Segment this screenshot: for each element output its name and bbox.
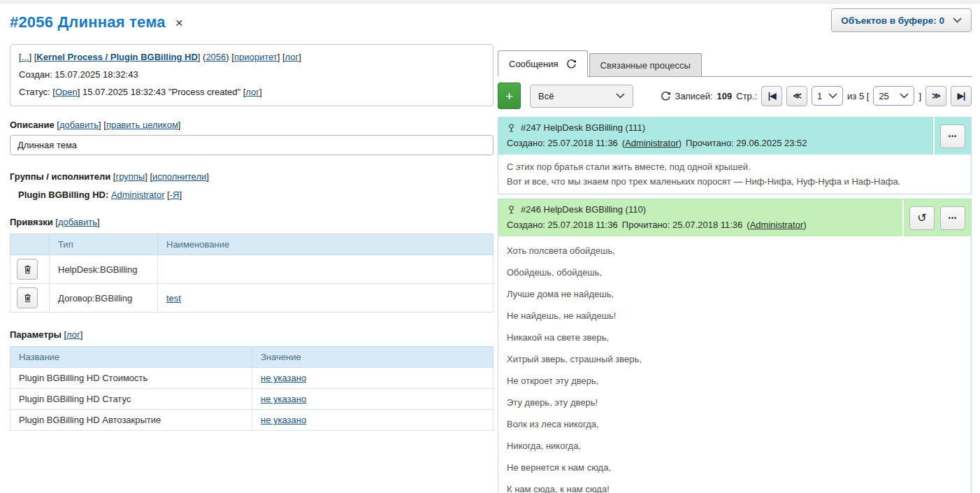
status-open-link[interactable]: Open (55, 87, 78, 97)
bindings-add-link[interactable]: добавить (58, 217, 97, 227)
parameters-heading: Параметры лог (10, 329, 493, 340)
trash-icon (23, 293, 32, 303)
buffer-dropdown-button[interactable]: Объектов в буфере: 0 (831, 8, 972, 32)
message-actions: ••• (933, 117, 971, 155)
binding-type: Договор:BGBilling (50, 284, 158, 313)
executors-link[interactable]: исполнители (152, 171, 206, 182)
parameters-log-link[interactable]: лог (66, 329, 80, 340)
bindings-col-name: Наименование (158, 234, 493, 255)
table-row: Договор:BGBilling test (10, 284, 493, 313)
message-pin-icon (507, 123, 516, 133)
priority-link[interactable]: приоритет (234, 52, 278, 62)
page-number-select[interactable]: 1 (812, 86, 843, 106)
status-text: 15.07.2025 18:32:43 "Process created" (82, 87, 240, 97)
next-page-button[interactable]: ≫ (925, 86, 946, 106)
page-label: Стр.: (736, 91, 757, 101)
author-link[interactable]: Administrator (750, 220, 804, 230)
refresh-icon[interactable] (566, 59, 577, 69)
bindings-col-actions (10, 234, 50, 255)
bindings-heading: Привязки добавить (10, 217, 493, 227)
process-type-link[interactable]: Kernel Process / Plugin BGBilling HD (36, 52, 197, 62)
params-col-name: Название (10, 347, 252, 368)
first-page-button[interactable]: |◀ (761, 86, 782, 106)
refresh-icon[interactable] (661, 91, 671, 101)
prev-page-button[interactable]: ≪ (786, 86, 807, 106)
messages-toolbar: + Всё Записей: 109 Стр.: |◀ ≪ 1 из 5 [ 2… (498, 83, 972, 109)
param-name: Plugin BGBilling HD Автозакрытие (10, 410, 252, 431)
description-input[interactable] (10, 135, 493, 155)
page-size-select[interactable]: 25 (873, 86, 914, 106)
message-meta: Создано: 25.07.2018 11:36Прочитано: 25.0… (507, 217, 894, 232)
message-body: Хоть полсвета обойдешь, Обойдешь, обойде… (498, 236, 971, 493)
buffer-label: Объектов в буфере: 0 (841, 15, 944, 26)
status-log-link[interactable]: лог (245, 87, 259, 97)
table-row: Plugin BGBilling HD Статус не указано (10, 389, 493, 410)
table-row: Plugin BGBilling HD Автозакрытие не указ… (10, 410, 493, 431)
param-name: Plugin BGBilling HD Стоимость (10, 368, 252, 389)
bindings-table: Тип Наименование HelpDesk:BGBilling (10, 234, 493, 313)
tab-bar: Сообщения Связанные процессы (498, 50, 972, 77)
top-strip (0, 0, 980, 3)
process-id-link[interactable]: 2056 (206, 52, 226, 62)
ellipsis-icon: ••• (949, 215, 957, 222)
description-heading: Описание добавить править целиком (10, 120, 493, 130)
groups-link[interactable]: группы (115, 171, 145, 182)
reply-button[interactable]: ↺ (909, 206, 935, 230)
param-name: Plugin BGBilling HD Статус (10, 389, 252, 410)
message-card: #246 HelpDesk BGBilling (110) Создано: 2… (498, 199, 972, 493)
message-filter-select[interactable]: Всё (530, 85, 633, 108)
close-icon[interactable]: × (175, 16, 183, 29)
param-value-link[interactable]: не указано (261, 373, 306, 383)
chevron-down-icon (616, 93, 625, 99)
binding-type: HelpDesk:BGBilling (50, 255, 158, 284)
message-pin-icon (507, 205, 516, 215)
reply-icon: ↺ (917, 211, 926, 224)
chevron-down-icon (953, 17, 962, 23)
message-header: #247 HelpDesk BGBilling (111) Создано: 2… (498, 117, 971, 155)
delete-binding-button[interactable] (17, 259, 38, 280)
description-add-link[interactable]: добавить (59, 120, 99, 130)
binding-name (158, 255, 493, 284)
executor-link[interactable]: Administrator (111, 190, 165, 200)
process-menu-link[interactable]: ... (22, 52, 29, 62)
message-body: С этих пор братья стали жить вместе, под… (498, 155, 971, 194)
message-actions: ↺ ••• (902, 199, 971, 236)
records-label: Записей: (675, 91, 713, 101)
bracket-close-label: ] (918, 91, 921, 101)
delete-binding-button[interactable] (17, 287, 38, 308)
assignee-line: Plugin BGBilling HD: Administrator -Я (10, 190, 493, 200)
ellipsis-icon: ••• (949, 133, 957, 140)
chevron-down-icon (900, 93, 909, 99)
author-link[interactable]: Administrator (625, 138, 679, 148)
last-page-button[interactable]: ▶| (951, 86, 972, 106)
table-row: HelpDesk:BGBilling (10, 255, 493, 284)
message-title: #246 HelpDesk BGBilling (110) (521, 202, 646, 217)
message-menu-button[interactable]: ••• (940, 206, 965, 230)
tab-linked-processes[interactable]: Связанные процессы (589, 53, 702, 76)
description-edit-link[interactable]: править целиком (106, 120, 178, 130)
binding-name-link[interactable]: test (166, 293, 181, 303)
buffer-row: Объектов в буфере: 0 (498, 4, 972, 32)
tab-messages[interactable]: Сообщения (498, 50, 588, 77)
bindings-col-type: Тип (50, 234, 158, 255)
message-title: #247 HelpDesk BGBilling (111) (521, 120, 645, 136)
add-message-button[interactable]: + (498, 83, 521, 109)
status-line: Статус: Open 15.07.2025 18:32:43 "Proces… (19, 83, 484, 101)
table-row: Plugin BGBilling HD Стоимость не указано (10, 368, 493, 389)
message-header: #246 HelpDesk BGBilling (110) Создано: 2… (498, 199, 971, 236)
records-count: 109 (717, 91, 733, 101)
param-value-link[interactable]: не указано (261, 415, 306, 425)
message-card: #247 HelpDesk BGBilling (111) Создано: 2… (498, 117, 972, 194)
process-log-link[interactable]: лог (285, 52, 299, 62)
params-col-value: Значение (252, 347, 493, 368)
message-meta: Создано: 25.07.2018 11:36AdministratorПр… (507, 136, 925, 150)
process-info-line: ... Kernel Process / Plugin BGBilling HD… (19, 48, 484, 66)
messages-panel: Объектов в буфере: 0 Сообщения Связанные… (498, 4, 972, 493)
process-panel: #2056 Длинная тема × ... Kernel Process … (10, 4, 493, 431)
message-menu-button[interactable]: ••• (940, 124, 965, 148)
process-info-box: ... Kernel Process / Plugin BGBilling HD… (10, 44, 493, 106)
remove-me-link[interactable]: -Я (170, 190, 180, 200)
param-value-link[interactable]: не указано (261, 394, 306, 404)
chevron-down-icon (828, 93, 837, 99)
page-title: #2056 Длинная тема (10, 13, 166, 31)
